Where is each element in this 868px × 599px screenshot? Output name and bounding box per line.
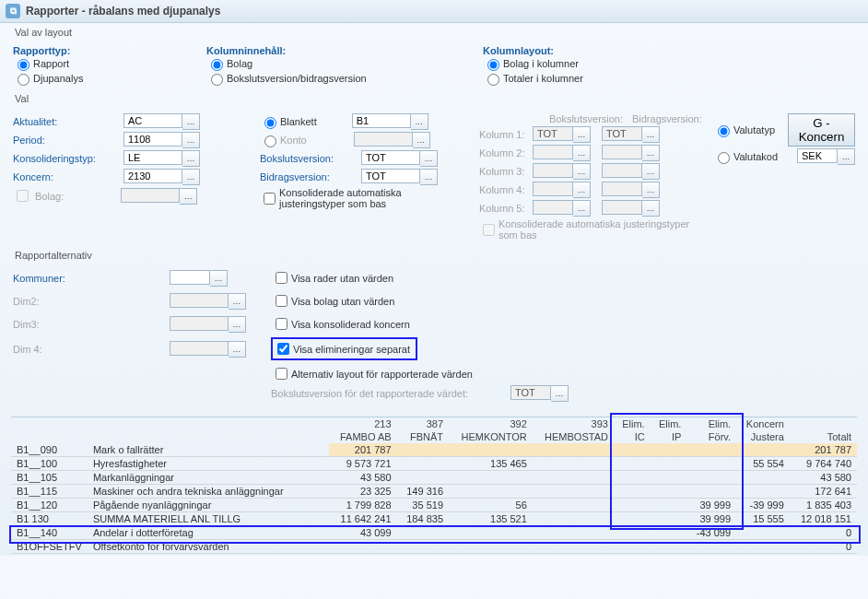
- radio-valutakod[interactable]: Valutakod: [713, 149, 778, 164]
- input-bv-report: [510, 385, 551, 400]
- group-label-layout: Val av layout: [13, 27, 74, 38]
- radio-bolag[interactable]: Bolag: [206, 56, 433, 71]
- lookup-period[interactable]: …: [182, 132, 200, 148]
- table-row[interactable]: B1__120Pågående nyanläggningar1 799 8283…: [11, 499, 857, 512]
- lookup-konto: …: [413, 132, 430, 148]
- chk-2[interactable]: Visa konsoliderad koncern: [271, 314, 416, 334]
- report-table: 213387392393Elim.Elim.Elim.KoncernFAMBO …: [11, 417, 857, 554]
- report-area: 213387392393Elim.Elim.Elim.KoncernFAMBO …: [9, 417, 859, 554]
- table-row[interactable]: B1__090Mark o fallrätter201 787201 787: [11, 443, 857, 457]
- lookup-bokslutsversion[interactable]: …: [420, 150, 438, 167]
- lbl-bidragsversion: Bidragsversion:: [260, 171, 361, 182]
- table-row[interactable]: B1 130SUMMA MATERIELL ANL TILLG11 642 24…: [11, 512, 857, 526]
- input-bidragsversion[interactable]: [361, 169, 420, 183]
- lbl-bokslutsversion: Bokslutsversion:: [260, 153, 361, 164]
- radio-rapport[interactable]: Rapport: [13, 56, 157, 71]
- lbl-bv-report: Bokslutsversion för det rapporterade vär…: [271, 388, 510, 399]
- lbl-period: Period:: [13, 135, 123, 146]
- lookup-konsolideringstyp[interactable]: …: [182, 150, 200, 167]
- table-row[interactable]: B1__140Andelar i dotterföretag43 099-43 …: [11, 526, 857, 540]
- radio-valutatyp[interactable]: Valutatyp: [713, 123, 775, 137]
- input-konto: [354, 132, 413, 147]
- lookup-bidragsversion[interactable]: …: [420, 169, 438, 185]
- group-rapportalternativ: Rapportalternativ Kommuner: … Visa rader…: [9, 255, 859, 407]
- group-val: Val Aktualitet: … Period: … Konsoliderin…: [9, 99, 859, 246]
- btn-g-koncern[interactable]: G - Koncern: [788, 113, 855, 147]
- input-kol1-bid: [602, 126, 642, 141]
- input-kol2-bid: [602, 145, 642, 159]
- input-aktualitet[interactable]: [123, 113, 182, 128]
- lbl-bv-right: Bokslutsversion:: [549, 113, 632, 124]
- app-icon: ⧉: [6, 4, 20, 18]
- radio-bokslutsversion[interactable]: Bokslutsversion/bidragsversion: [206, 71, 433, 86]
- input-blankett[interactable]: [352, 113, 411, 128]
- lbl-konsolideringstyp: Konsolideringstyp:: [13, 153, 123, 164]
- lbl-kolumn-1: Kolumn 1:: [479, 129, 533, 140]
- input-Dim 4:: [170, 341, 229, 356]
- chk-0[interactable]: Visa rader utan värden: [271, 268, 399, 288]
- table-row[interactable]: B1__100Hyresfastigheter9 573 721135 4655…: [11, 457, 857, 471]
- group-label-rapportalternativ: Rapportalternativ: [13, 250, 94, 261]
- radio-blankett[interactable]: Blankett: [260, 114, 317, 129]
- window-titlebar: ⧉ Rapporter - råbalans med djupanalys: [0, 0, 868, 23]
- lbl-bid-right: Bidragsversion:: [632, 113, 706, 124]
- kolumnlayout-label: Kolumnlayout:: [483, 45, 554, 56]
- lbl-kolumn-2: Kolumn 2:: [479, 147, 533, 159]
- lbl-bolag: Bolag:: [35, 191, 64, 202]
- input-bolag: [121, 188, 180, 203]
- chk-3[interactable]: Visa elimineringar separat: [271, 337, 417, 360]
- lookup-bv-report: …: [551, 385, 569, 402]
- lookup-koncern[interactable]: …: [182, 169, 200, 185]
- chk-konsoliderade-bas[interactable]: Konsoliderade automatiska justeringstype…: [260, 187, 463, 209]
- lbl-kolumn-5: Kolumn 5:: [479, 203, 533, 214]
- chk-1[interactable]: Visa bolag utan värden: [271, 291, 400, 311]
- lbl-Dim 4:: Dim 4:: [13, 344, 42, 355]
- input-period[interactable]: [123, 132, 182, 147]
- input-kol3-bid: [602, 163, 642, 178]
- radio-bolag-i-kolumner[interactable]: Bolag i kolumner: [483, 56, 673, 71]
- input-kol5-bid: [602, 200, 642, 215]
- radio-konto[interactable]: Konto: [260, 133, 307, 147]
- lbl-Dim3:: Dim3:: [13, 319, 40, 330]
- input-bokslutsversion[interactable]: [361, 150, 420, 165]
- radio-totaler-i-kolumner[interactable]: Totaler i kolumner: [483, 71, 673, 86]
- lbl-kolumn-3: Kolumn 3:: [479, 166, 533, 177]
- lbl-aktualitet: Aktualitet:: [13, 116, 123, 127]
- radio-djupanalys[interactable]: Djupanalys: [13, 71, 157, 86]
- table-row[interactable]: B1__115Maskiner och andra tekniska anläg…: [11, 485, 857, 499]
- chk-4[interactable]: Alternativ layout för rapporterade värde…: [271, 364, 478, 383]
- lbl-Dim2:: Dim2:: [13, 296, 40, 307]
- input-koncern[interactable]: [123, 169, 182, 183]
- input-konsolideringstyp[interactable]: [123, 150, 182, 165]
- input-kol5-bv: [533, 200, 573, 215]
- chk-bolag: [17, 190, 29, 202]
- input-Dim2:: [170, 293, 229, 308]
- input-kol1-bv: [533, 126, 573, 141]
- lookup-aktualitet[interactable]: …: [182, 113, 200, 130]
- lbl-koncern: Koncern:: [13, 171, 123, 182]
- window-title: Rapporter - råbalans med djupanalys: [26, 5, 220, 18]
- lookup-valuta[interactable]: …: [838, 148, 855, 165]
- lookup-blankett[interactable]: …: [411, 113, 428, 130]
- rapporttyp-label: Rapporttyp:: [13, 45, 70, 56]
- input-kol4-bid: [602, 182, 642, 196]
- input-kol2-bv: [533, 145, 573, 159]
- table-row[interactable]: B1OFFSETFVOffsetkonto för förvärvsvärden…: [11, 540, 857, 554]
- input-kol4-bv: [533, 182, 573, 196]
- input-Kommuner:[interactable]: [170, 270, 210, 285]
- chk-konsoliderade-bas-2: Konsoliderade automatiska justeringstype…: [479, 218, 693, 241]
- lbl-kolumn-4: Kolumn 4:: [479, 184, 533, 195]
- lbl-Kommuner:: Kommuner:: [13, 273, 65, 284]
- input-valuta[interactable]: [797, 148, 838, 163]
- lookup-bolag: …: [180, 188, 197, 205]
- input-Dim3:: [170, 316, 229, 331]
- group-label-val: Val: [13, 93, 30, 104]
- input-kol3-bv: [533, 163, 573, 178]
- kolumninnehall-label: Kolumninnehåll:: [206, 45, 286, 56]
- group-val-av-layout: Val av layout Rapporttyp: Rapport Djupan…: [9, 32, 859, 89]
- table-row[interactable]: B1__105Markanläggningar43 58043 580: [11, 471, 857, 485]
